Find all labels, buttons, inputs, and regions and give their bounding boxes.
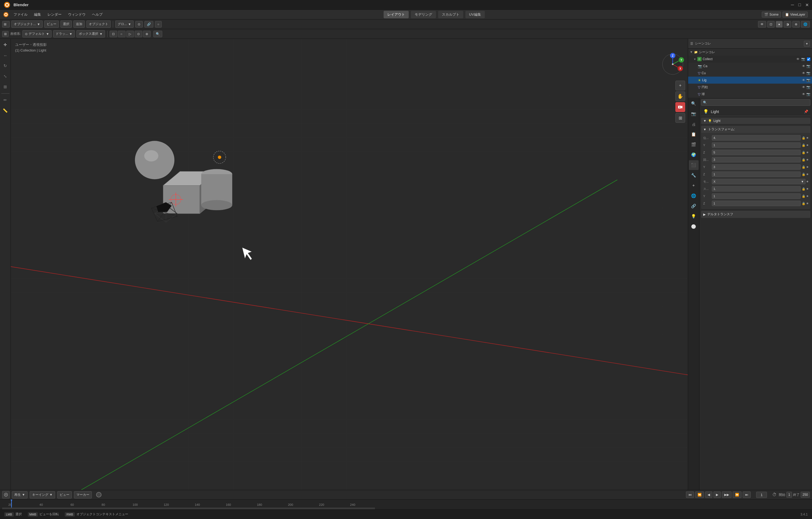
filter-btn-1[interactable]: ⊡ (110, 31, 117, 37)
zoom-in-button[interactable]: + (675, 81, 685, 90)
search-button[interactable]: 🔍 (153, 31, 162, 37)
pos-z-input[interactable]: 5 (712, 150, 801, 155)
filter-btn-5[interactable]: ⊕ (143, 31, 151, 37)
sphere-eye-icon[interactable]: 👁 (802, 92, 805, 96)
tool-scale[interactable]: ⤡ (1, 71, 10, 81)
scene-selector[interactable]: 🎬 Scene (762, 11, 781, 18)
keying-btn[interactable]: キーイング ▼ (30, 491, 55, 498)
camera-view-button[interactable] (675, 102, 685, 112)
scale-y-input[interactable]: 1 (712, 193, 801, 199)
props-data-btn[interactable]: 💡 (689, 212, 699, 221)
shading-rendered[interactable]: ⊕ (792, 21, 800, 28)
timeline-scrubber[interactable]: 20 40 60 80 100 120 140 160 180 200 220 … (0, 499, 812, 509)
snap-toggle[interactable]: 🔗 (144, 21, 153, 28)
tab-layout[interactable]: レイアウト (384, 11, 409, 18)
outliner-item-cylinder[interactable]: ▽ 円柱 👁 📷 (688, 84, 812, 91)
frame-current-input[interactable]: 1 (756, 492, 767, 498)
autokey-toggle[interactable] (96, 492, 102, 497)
cam-eye-icon[interactable]: 👁 (802, 64, 805, 68)
navigation-gizmo[interactable]: Z Y X (661, 52, 685, 76)
pos-x-input[interactable]: 4. (712, 135, 801, 141)
mode-keyframe[interactable] (807, 181, 808, 182)
props-object-btn[interactable]: ⬛ (689, 160, 699, 170)
cylinder-render-icon[interactable]: 📷 (806, 85, 810, 89)
sphere-render-icon[interactable]: 📷 (806, 92, 810, 96)
outliner-item-scene[interactable]: ▼ 📁 シーンコレ (688, 49, 812, 56)
transform-mode[interactable]: ⊞ (2, 31, 9, 37)
select-box[interactable]: ボックス選択 ▼ (77, 30, 105, 37)
add-menu[interactable]: 追加 (74, 21, 85, 28)
select-menu[interactable]: 選択 (60, 21, 72, 28)
frame-end-input[interactable]: 250 (801, 492, 810, 498)
collection-checkbox[interactable] (807, 57, 810, 61)
props-render-btn[interactable]: 📷 (689, 109, 699, 119)
scale-z-keyframe[interactable] (807, 203, 808, 204)
maximize-button[interactable]: □ (798, 2, 801, 7)
rot-z-input[interactable]: 1 (712, 172, 801, 177)
jump-end-btn[interactable]: ⏭ (743, 491, 751, 498)
jump-start-btn[interactable]: ⏮ (686, 491, 694, 498)
tab-uv[interactable]: UV編集 (465, 11, 485, 18)
props-constraints-btn[interactable]: 🔗 (689, 201, 699, 211)
menu-file[interactable]: ファイル (11, 11, 30, 18)
props-particles-btn[interactable]: ✦ (689, 181, 699, 190)
scale-y-keyframe[interactable] (807, 195, 808, 197)
rot-x-lock[interactable]: 🔒 (802, 158, 806, 161)
cube-eye-icon[interactable]: 👁 (802, 71, 805, 75)
next-frame-btn[interactable]: ▶▶ (722, 491, 731, 498)
cylinder-eye-icon[interactable]: 👁 (802, 85, 805, 89)
menu-render[interactable]: レンダー (45, 11, 64, 18)
mode-input[interactable]: X ▼ (712, 179, 806, 184)
rot-y-lock[interactable]: 🔒 (802, 165, 806, 169)
shading-eevee[interactable]: 🌐 (801, 21, 810, 28)
frame-start-input[interactable]: 1 (786, 492, 792, 498)
props-pin-icon[interactable]: 📌 (804, 110, 808, 114)
tab-sculpt[interactable]: スカルプト (438, 11, 463, 18)
rot-x-input[interactable]: 3 (712, 157, 801, 162)
scale-x-lock[interactable]: 🔒 (802, 187, 806, 191)
play-btn[interactable]: 再生 ▼ (12, 491, 28, 498)
cube-render-icon[interactable]: 📷 (806, 71, 810, 75)
menu-window[interactable]: ウィンドウ (65, 11, 88, 18)
menu-edit[interactable]: 編集 (31, 11, 44, 18)
filter-btn-4[interactable]: ⊙ (135, 31, 142, 37)
tool-annotate[interactable]: ✏ (1, 95, 10, 105)
props-world-btn[interactable]: 🌍 (689, 150, 699, 160)
viewport-mode-icon[interactable]: ⊞ (2, 21, 10, 28)
view-menu[interactable]: ビュー (44, 21, 59, 28)
delta-block-header[interactable]: ▶ デルタトランスフ (701, 211, 810, 218)
outliner-filter[interactable]: ▼ (804, 41, 810, 47)
outliner-item-cube[interactable]: ▽ Cu 👁 📷 (688, 70, 812, 77)
props-search-btn[interactable]: 🔍 (689, 99, 699, 109)
scale-x-input[interactable]: 1. (712, 186, 801, 191)
grid-view-button[interactable]: ⊞ (675, 113, 685, 123)
pos-x-lock[interactable]: 🔒 (802, 136, 806, 140)
outliner-item-light[interactable]: ☀ Lig 👁 📷 (688, 77, 812, 84)
collection-eye-icon[interactable]: 👁 (796, 57, 800, 61)
filter-btn-3[interactable]: ▷ (126, 31, 134, 37)
pos-y-input[interactable]: 1 (712, 143, 801, 148)
scale-z-lock[interactable]: 🔒 (802, 202, 806, 205)
tool-move[interactable]: ↔ (1, 51, 10, 60)
props-search-box[interactable]: 🔍 (701, 99, 810, 106)
props-material-btn[interactable]: ⚪ (689, 222, 699, 232)
light-render-icon[interactable]: 📷 (806, 78, 810, 82)
xray-toggle[interactable]: ⊡ (767, 21, 775, 28)
drag-mode[interactable]: ドラッ... ▼ (53, 30, 75, 37)
pos-x-keyframe[interactable] (807, 137, 808, 139)
scale-x-keyframe[interactable] (807, 188, 808, 190)
viewport-3d[interactable]: ユーザー・透視投影 (1) Collection | Light Z Y X (11, 39, 688, 490)
hide-overlay-toggle[interactable]: 👁 (758, 21, 766, 28)
close-button[interactable]: ✕ (805, 2, 809, 7)
props-output-btn[interactable]: 🖨 (689, 119, 699, 129)
tool-transform[interactable]: ⊞ (1, 82, 10, 92)
collection-cam-icon[interactable]: 📷 (801, 57, 805, 61)
props-scene-btn[interactable]: 🎬 (689, 140, 699, 149)
pos-y-lock[interactable]: 🔒 (802, 144, 806, 147)
minimize-button[interactable]: ─ (791, 2, 794, 7)
rot-x-keyframe[interactable] (807, 159, 808, 160)
light-eye-icon[interactable]: 👁 (802, 78, 805, 82)
pos-z-lock[interactable]: 🔒 (802, 151, 806, 154)
outliner-item-collection[interactable]: ▼ C Collect 👁 📷 (688, 56, 812, 63)
tool-cursor[interactable]: ✛ (1, 40, 10, 50)
